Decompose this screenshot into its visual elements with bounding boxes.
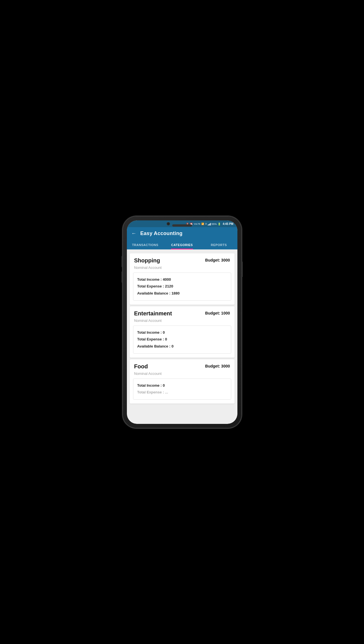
card-body-food: Total Income : 0 Total Expense : ... [133,379,231,400]
tab-reports[interactable]: REPORTS [200,240,237,249]
app-header: ← Easy Accounting [127,227,237,240]
sim-icon: ② [205,223,207,225]
budget-entertainment: Budget: 1000 [205,311,230,315]
card-header-entertainment: Entertainment Budget: 1000 [130,306,235,318]
volume-up-button[interactable] [122,256,123,267]
category-card-shopping: Shopping Budget: 3000 Nominal Account To… [130,253,235,305]
status-icons: 🔇 ⏰ VoLTE 📶 ② 55% 🔋 4:45 PM [186,222,233,225]
category-name-entertainment: Entertainment [134,310,172,317]
power-button[interactable] [242,262,243,277]
speaker [172,224,192,227]
account-type-food: Nominal Account [130,371,235,379]
tab-bar: TRANSACTIONS CATEGORIES REPORTS [127,240,237,249]
battery-percent: 55% [212,223,217,225]
available-balance-entertainment: Available Balance : 0 [137,343,227,350]
budget-food: Budget: 3000 [205,364,230,368]
card-body-entertainment: Total Income : 0 Total Expense : 0 Avail… [133,326,231,354]
total-expense-food: Total Expense : ... [137,389,227,396]
account-type-shopping: Nominal Account [130,265,235,273]
phone-screen: 🔇 ⏰ VoLTE 📶 ② 55% 🔋 4:45 PM [127,220,237,424]
app-screen: 🔇 ⏰ VoLTE 📶 ② 55% 🔋 4:45 PM [127,220,237,424]
camera [167,222,170,225]
app-title: Easy Accounting [140,231,183,236]
account-type-entertainment: Nominal Account [130,318,235,326]
tab-transactions[interactable]: TRANSACTIONS [127,240,164,249]
card-header-food: Food Budget: 3000 [130,359,235,371]
tab-categories[interactable]: CATEGORIES [164,240,200,249]
card-body-shopping: Total Income : 4000 Total Expense : 2120… [133,273,231,301]
card-header-shopping: Shopping Budget: 3000 [130,253,235,265]
category-card-food: Food Budget: 3000 Nominal Account Total … [130,359,235,404]
volte-icon: VoLTE [194,223,200,225]
total-income-food: Total Income : 0 [137,382,227,389]
available-balance-shopping: Available Balance : 1880 [137,290,227,297]
phone-device: 🔇 ⏰ VoLTE 📶 ② 55% 🔋 4:45 PM [123,216,241,428]
total-expense-entertainment: Total Expense : 0 [137,336,227,343]
wifi-icon: 📶 [201,223,204,225]
categories-list[interactable]: Shopping Budget: 3000 Nominal Account To… [127,249,237,424]
total-income-entertainment: Total Income : 0 [137,329,227,336]
budget-shopping: Budget: 3000 [205,258,230,262]
back-button[interactable]: ← [131,231,136,236]
total-expense-shopping: Total Expense : 2120 [137,283,227,290]
category-name-food: Food [134,363,148,370]
battery-icon: 🔋 [218,223,221,225]
category-card-entertainment: Entertainment Budget: 1000 Nominal Accou… [130,306,235,358]
status-time: 4:45 PM [223,222,233,225]
volume-down-button[interactable] [122,271,123,283]
category-name-shopping: Shopping [134,257,160,264]
total-income-shopping: Total Income : 4000 [137,276,227,283]
signal-icon [208,223,211,225]
